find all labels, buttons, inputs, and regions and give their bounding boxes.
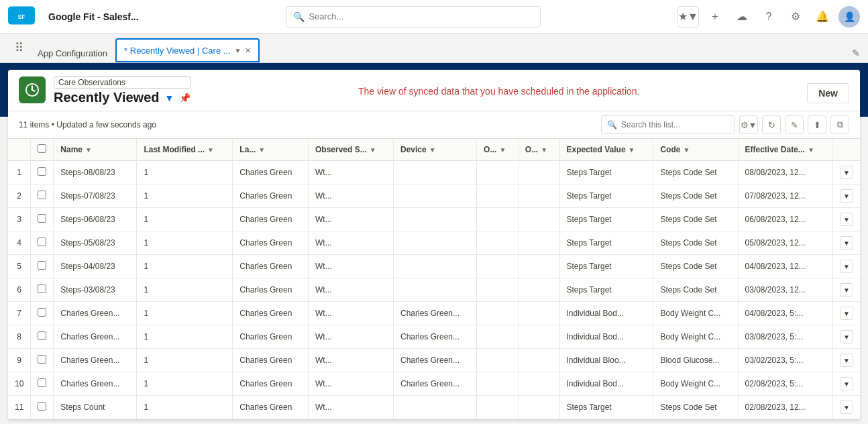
row-code-10[interactable]: Body Weight C... (653, 372, 738, 396)
row-checkbox-4[interactable] (31, 231, 54, 255)
row-checkbox-2[interactable] (31, 184, 54, 208)
row-device-10[interactable]: Charles Green... (394, 372, 477, 396)
tab-close-icon[interactable]: ✕ (245, 46, 251, 55)
row-name-5[interactable]: Steps-04/08/23 (54, 255, 137, 278)
row-action-4[interactable]: ▼ (833, 231, 861, 255)
row-code-1[interactable]: Steps Code Set (653, 161, 738, 184)
row-expected-value-10[interactable]: Individual Bod... (559, 372, 653, 396)
row-action-button-3[interactable]: ▼ (840, 213, 853, 226)
row-action-button-4[interactable]: ▼ (840, 236, 853, 250)
row-expected-value-6[interactable]: Steps Target (559, 278, 653, 302)
row-select-2[interactable] (38, 191, 46, 199)
row-expected-value-5[interactable]: Steps Target (559, 255, 653, 278)
col-o2-sort-icon[interactable]: ▼ (541, 146, 547, 154)
row-action-button-8[interactable]: ▼ (840, 330, 853, 343)
row-select-7[interactable] (38, 308, 46, 317)
col-code-sort-icon[interactable]: ▼ (683, 146, 690, 154)
row-la-2[interactable]: Charles Green (233, 184, 309, 208)
row-code-6[interactable]: Steps Code Set (653, 278, 738, 302)
global-search-bar[interactable]: 🔍 (286, 6, 541, 28)
search-input[interactable] (309, 11, 533, 21)
row-name-3[interactable]: Steps-06/08/23 (54, 208, 137, 231)
help-and-training-button[interactable]: ☁ (731, 6, 753, 28)
row-action-button-9[interactable]: ▼ (840, 354, 853, 367)
row-la-1[interactable]: Charles Green (233, 161, 309, 184)
row-code-8[interactable]: Body Weight C... (653, 325, 738, 349)
col-name-sort-icon[interactable]: ▼ (85, 146, 92, 154)
row-select-3[interactable] (38, 214, 46, 223)
row-action-10[interactable]: ▼ (833, 372, 861, 396)
search-list-input[interactable] (621, 120, 729, 129)
row-checkbox-6[interactable] (31, 278, 54, 302)
col-expected-sort-icon[interactable]: ▼ (629, 146, 635, 154)
row-action-button-11[interactable]: ▼ (840, 401, 853, 414)
row-code-11[interactable]: Steps Code Set (653, 396, 738, 419)
active-tab[interactable]: * Recently Viewed | Care ... ▼ ✕ (115, 38, 260, 62)
row-action-button-7[interactable]: ▼ (840, 307, 853, 320)
view-dropdown-button[interactable]: ▼ (164, 93, 174, 103)
row-la-6[interactable]: Charles Green (233, 278, 309, 302)
filter-button[interactable]: ⧉ (830, 115, 849, 134)
row-la-10[interactable]: Charles Green (233, 372, 309, 396)
col-la-sort-icon[interactable]: ▼ (258, 146, 265, 154)
row-action-9[interactable]: ▼ (833, 349, 861, 372)
salesforce-logo[interactable]: SF (8, 2, 42, 31)
row-code-5[interactable]: Steps Code Set (653, 255, 738, 278)
row-name-6[interactable]: Steps-03/08/23 (54, 278, 137, 302)
row-expected-value-8[interactable]: Individual Bod... (559, 325, 653, 349)
row-action-button-5[interactable]: ▼ (840, 260, 853, 273)
setup-button[interactable]: ⚙ (785, 6, 806, 28)
row-expected-value-9[interactable]: Individual Bloo... (559, 349, 653, 372)
row-select-8[interactable] (38, 331, 46, 340)
row-name-9[interactable]: Charles Green... (54, 349, 137, 372)
row-action-1[interactable]: ▼ (833, 161, 861, 184)
row-name-7[interactable]: Charles Green... (54, 302, 137, 325)
refresh-button[interactable]: ↻ (762, 115, 781, 134)
row-checkbox-7[interactable] (31, 302, 54, 325)
row-select-9[interactable] (38, 355, 46, 364)
row-checkbox-10[interactable] (31, 372, 54, 396)
row-device-8[interactable]: Charles Green... (394, 325, 477, 349)
col-o1-sort-icon[interactable]: ▼ (499, 146, 506, 154)
row-action-11[interactable]: ▼ (833, 396, 861, 419)
row-expected-value-4[interactable]: Steps Target (559, 231, 653, 255)
tab-dropdown-icon[interactable]: ▼ (235, 47, 241, 54)
pin-icon[interactable]: 📌 (179, 93, 191, 103)
row-code-4[interactable]: Steps Code Set (653, 231, 738, 255)
row-action-6[interactable]: ▼ (833, 278, 861, 302)
row-expected-value-7[interactable]: Individual Bod... (559, 302, 653, 325)
app-launcher-button[interactable]: ⠿ (8, 37, 30, 58)
row-la-8[interactable]: Charles Green (233, 325, 309, 349)
row-la-3[interactable]: Charles Green (233, 208, 309, 231)
row-expected-value-1[interactable]: Steps Target (559, 161, 653, 184)
favorites-button[interactable]: ★▼ (677, 6, 699, 28)
row-checkbox-1[interactable] (31, 161, 54, 184)
row-code-7[interactable]: Body Weight C... (653, 302, 738, 325)
select-all-checkbox[interactable] (38, 144, 46, 153)
row-name-1[interactable]: Steps-08/08/23 (54, 161, 137, 184)
search-list-bar[interactable]: 🔍 (601, 115, 735, 134)
row-checkbox-5[interactable] (31, 255, 54, 278)
row-checkbox-3[interactable] (31, 208, 54, 231)
row-name-11[interactable]: Steps Count (54, 396, 137, 419)
row-expected-value-2[interactable]: Steps Target (559, 184, 653, 208)
row-la-5[interactable]: Charles Green (233, 255, 309, 278)
row-select-4[interactable] (38, 237, 46, 246)
col-observed-sort-icon[interactable]: ▼ (370, 146, 376, 154)
user-avatar[interactable]: 👤 (838, 6, 860, 28)
help-button[interactable]: ? (758, 6, 779, 28)
row-select-11[interactable] (38, 402, 46, 411)
row-code-9[interactable]: Blood Glucose... (653, 349, 738, 372)
row-checkbox-9[interactable] (31, 349, 54, 372)
row-select-6[interactable] (38, 284, 46, 293)
row-action-7[interactable]: ▼ (833, 302, 861, 325)
row-code-2[interactable]: Steps Code Set (653, 184, 738, 208)
row-action-3[interactable]: ▼ (833, 208, 861, 231)
row-action-2[interactable]: ▼ (833, 184, 861, 208)
row-checkbox-11[interactable] (31, 396, 54, 419)
row-select-1[interactable] (38, 167, 46, 176)
tab-edit-icon[interactable]: ✎ (852, 48, 860, 58)
new-button[interactable]: New (807, 83, 849, 103)
share-button[interactable]: ⬆ (808, 115, 826, 134)
row-device-9[interactable]: Charles Green... (394, 349, 477, 372)
